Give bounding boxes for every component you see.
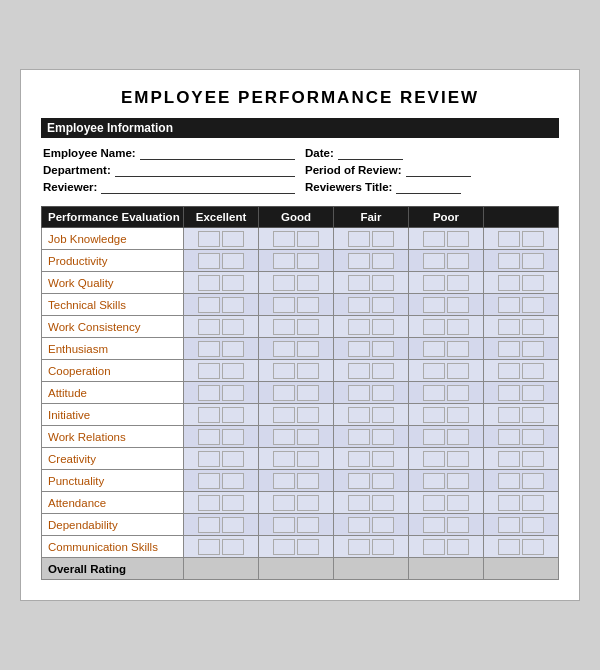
rating-cell[interactable] xyxy=(484,558,559,580)
rating-cell[interactable] xyxy=(334,272,409,294)
rating-cell[interactable] xyxy=(259,470,334,492)
rating-cell[interactable] xyxy=(259,514,334,536)
rating-cell[interactable] xyxy=(334,404,409,426)
rating-cell[interactable] xyxy=(184,382,259,404)
employee-name-row: Employee Name: xyxy=(43,146,295,160)
rating-cell[interactable] xyxy=(184,250,259,272)
rating-cell[interactable] xyxy=(484,470,559,492)
employee-info-grid: Employee Name: Date: Department: Period … xyxy=(41,142,559,198)
reviewers-title-input[interactable] xyxy=(396,180,461,194)
rating-cell[interactable] xyxy=(484,294,559,316)
rating-cell[interactable] xyxy=(184,448,259,470)
rating-cell[interactable] xyxy=(409,316,484,338)
rating-cell[interactable] xyxy=(184,360,259,382)
date-input[interactable] xyxy=(338,146,403,160)
rating-cell[interactable] xyxy=(259,492,334,514)
rating-cell[interactable] xyxy=(484,426,559,448)
reviewers-title-label: Reviewers Title: xyxy=(305,181,392,193)
rating-cell[interactable] xyxy=(334,492,409,514)
rating-cell[interactable] xyxy=(259,404,334,426)
rating-cell[interactable] xyxy=(184,228,259,250)
rating-cell[interactable] xyxy=(484,360,559,382)
rating-cell[interactable] xyxy=(484,382,559,404)
rating-cell[interactable] xyxy=(184,404,259,426)
eval-row-label: Punctuality xyxy=(42,470,184,492)
rating-cell[interactable] xyxy=(409,228,484,250)
rating-cell[interactable] xyxy=(334,448,409,470)
rating-cell[interactable] xyxy=(334,250,409,272)
rating-cell[interactable] xyxy=(409,404,484,426)
rating-cell[interactable] xyxy=(334,294,409,316)
rating-cell[interactable] xyxy=(484,272,559,294)
eval-row-label: Communication Skills xyxy=(42,536,184,558)
rating-cell[interactable] xyxy=(334,316,409,338)
rating-cell[interactable] xyxy=(184,514,259,536)
reviewer-row: Reviewer: xyxy=(43,180,295,194)
rating-cell[interactable] xyxy=(484,250,559,272)
rating-cell[interactable] xyxy=(409,294,484,316)
rating-cell[interactable] xyxy=(484,316,559,338)
rating-cell[interactable] xyxy=(184,294,259,316)
rating-cell[interactable] xyxy=(484,404,559,426)
rating-cell[interactable] xyxy=(409,360,484,382)
rating-cell[interactable] xyxy=(259,558,334,580)
rating-cell[interactable] xyxy=(409,426,484,448)
rating-cell[interactable] xyxy=(334,382,409,404)
rating-cell[interactable] xyxy=(409,338,484,360)
header-performance-eval: Performance Evaluation xyxy=(42,207,184,228)
rating-cell[interactable] xyxy=(484,514,559,536)
rating-cell[interactable] xyxy=(409,448,484,470)
rating-cell[interactable] xyxy=(334,360,409,382)
eval-row-label: Attitude xyxy=(42,382,184,404)
rating-cell[interactable] xyxy=(184,492,259,514)
rating-cell[interactable] xyxy=(484,448,559,470)
rating-cell[interactable] xyxy=(334,514,409,536)
rating-cell[interactable] xyxy=(184,272,259,294)
reviewer-input[interactable] xyxy=(101,180,295,194)
header-excellent: Excellent xyxy=(184,207,259,228)
eval-row-label: Productivity xyxy=(42,250,184,272)
rating-cell[interactable] xyxy=(484,338,559,360)
rating-cell[interactable] xyxy=(259,338,334,360)
rating-cell[interactable] xyxy=(259,382,334,404)
rating-cell[interactable] xyxy=(409,492,484,514)
rating-cell[interactable] xyxy=(184,316,259,338)
employee-name-input[interactable] xyxy=(140,146,295,160)
rating-cell[interactable] xyxy=(259,448,334,470)
rating-cell[interactable] xyxy=(184,470,259,492)
rating-cell[interactable] xyxy=(484,492,559,514)
rating-cell[interactable] xyxy=(259,272,334,294)
rating-cell[interactable] xyxy=(184,338,259,360)
department-input[interactable] xyxy=(115,163,295,177)
rating-cell[interactable] xyxy=(409,272,484,294)
rating-cell[interactable] xyxy=(184,558,259,580)
rating-cell[interactable] xyxy=(409,470,484,492)
rating-cell[interactable] xyxy=(409,536,484,558)
reviewer-label: Reviewer: xyxy=(43,181,97,193)
rating-cell[interactable] xyxy=(184,536,259,558)
rating-cell[interactable] xyxy=(484,536,559,558)
rating-cell[interactable] xyxy=(409,558,484,580)
eval-row-label: Attendance xyxy=(42,492,184,514)
page-container: EMPLOYEE PERFORMANCE REVIEW Employee Inf… xyxy=(20,69,580,601)
rating-cell[interactable] xyxy=(259,228,334,250)
rating-cell[interactable] xyxy=(259,360,334,382)
rating-cell[interactable] xyxy=(184,426,259,448)
rating-cell[interactable] xyxy=(334,338,409,360)
rating-cell[interactable] xyxy=(409,382,484,404)
rating-cell[interactable] xyxy=(334,228,409,250)
rating-cell[interactable] xyxy=(259,426,334,448)
rating-cell[interactable] xyxy=(334,536,409,558)
rating-cell[interactable] xyxy=(409,250,484,272)
rating-cell[interactable] xyxy=(334,426,409,448)
rating-cell[interactable] xyxy=(259,250,334,272)
header-extra xyxy=(484,207,559,228)
rating-cell[interactable] xyxy=(334,470,409,492)
rating-cell[interactable] xyxy=(409,514,484,536)
rating-cell[interactable] xyxy=(259,536,334,558)
rating-cell[interactable] xyxy=(334,558,409,580)
period-review-input[interactable] xyxy=(406,163,471,177)
rating-cell[interactable] xyxy=(259,294,334,316)
rating-cell[interactable] xyxy=(484,228,559,250)
rating-cell[interactable] xyxy=(259,316,334,338)
